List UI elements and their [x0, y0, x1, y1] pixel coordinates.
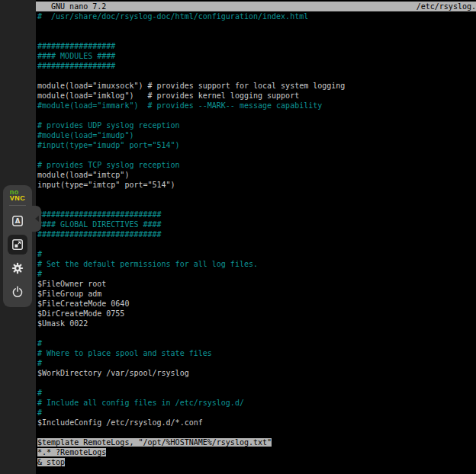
- config-line: # Set the default permissions for all lo…: [37, 259, 476, 269]
- config-line: [37, 31, 476, 41]
- selected-config-line: *.* ?RemoteLogs: [37, 447, 476, 457]
- selected-config-line: $template RemoteLogs, "/opt/%HOSTNAME%/r…: [37, 437, 476, 447]
- config-line: $Umask 0022: [37, 319, 476, 328]
- config-line: [37, 190, 476, 200]
- config-line: # provides UDP syslog reception: [37, 120, 476, 130]
- config-line: #module(load="imudp"): [37, 130, 476, 140]
- config-line: #: [37, 249, 476, 259]
- config-line: [37, 150, 476, 160]
- config-line: # provides TCP syslog reception: [37, 160, 476, 170]
- disconnect-button[interactable]: [8, 282, 27, 302]
- terminal-window: GNU nano 7.2 /etc/rsyslog. # /usr/share/…: [36, 0, 476, 474]
- config-line: [37, 428, 476, 437]
- config-line: #module(load="immark") # provides --MARK…: [37, 101, 476, 110]
- toolbar-divider: [9, 205, 26, 206]
- config-line: module(load="imtcp"): [37, 170, 476, 180]
- config-line: # Where to place spool and state files: [37, 348, 476, 358]
- config-line: [37, 239, 476, 249]
- config-line: #################: [37, 61, 476, 71]
- nano-titlebar: GNU nano 7.2 /etc/rsyslog.: [36, 2, 476, 11]
- config-line: $FileOwner root: [37, 279, 476, 289]
- fullscreen-icon: [11, 239, 24, 251]
- collapse-arrow-left-icon: [35, 216, 39, 222]
- config-line: ###########################: [37, 229, 476, 239]
- nano-file-path: /etc/rsyslog.: [416, 2, 476, 11]
- config-line: [37, 110, 476, 120]
- svg-text:A: A: [15, 217, 21, 225]
- novnc-control-bar: no VNC A: [3, 185, 32, 307]
- config-line: #### MODULES ####: [37, 51, 476, 61]
- config-line: #: [37, 358, 476, 368]
- gear-icon: [11, 262, 24, 274]
- config-line: $WorkDirectory /var/spool/rsyslog: [37, 368, 476, 378]
- config-line: [37, 200, 476, 210]
- fullscreen-button[interactable]: [8, 235, 27, 255]
- keyboard-button[interactable]: A: [8, 211, 27, 231]
- config-line: #: [37, 388, 476, 398]
- config-line: [37, 21, 476, 31]
- settings-button[interactable]: [8, 258, 27, 278]
- config-line: # /usr/share/doc/rsyslog-doc/html/config…: [37, 11, 476, 21]
- novnc-logo: no VNC: [10, 189, 26, 201]
- nano-edit-buffer[interactable]: # /usr/share/doc/rsyslog-doc/html/config…: [36, 11, 476, 467]
- config-line: $FileCreateMode 0640: [37, 299, 476, 309]
- config-line: #input(type="imudp" port="514"): [37, 140, 476, 150]
- config-line: $FileGroup adm: [37, 289, 476, 299]
- config-line: #################: [37, 41, 476, 51]
- config-line: module(load="imuxsock") # provides suppo…: [37, 81, 476, 91]
- config-line: module(load="imklog") # provides kernel …: [37, 91, 476, 101]
- config-line: # Include all config files in /etc/rsysl…: [37, 398, 476, 408]
- config-line: $DirCreateMode 0755: [37, 309, 476, 319]
- power-icon: [11, 286, 24, 298]
- config-line: #### GLOBAL DIRECTIVES ####: [37, 219, 476, 229]
- config-line: input(type="imtcp" port="514"): [37, 180, 476, 190]
- config-line: [37, 71, 476, 81]
- config-line: ###########################: [37, 210, 476, 219]
- config-line: #: [37, 269, 476, 279]
- novnc-logo-vnc: VNC: [10, 195, 26, 201]
- config-line: #: [37, 408, 476, 418]
- config-line: [37, 378, 476, 388]
- config-line: #: [37, 338, 476, 348]
- nano-app-title: GNU nano 7.2: [42, 2, 106, 11]
- selected-config-line: & stop: [37, 457, 476, 467]
- config-line: $IncludeConfig /etc/rsyslog.d/*.conf: [37, 418, 476, 428]
- toolbar-buttons: A: [8, 207, 27, 302]
- control-bar-collapse-handle[interactable]: [32, 206, 41, 232]
- config-line: [37, 328, 476, 338]
- a-key-icon: A: [11, 215, 24, 227]
